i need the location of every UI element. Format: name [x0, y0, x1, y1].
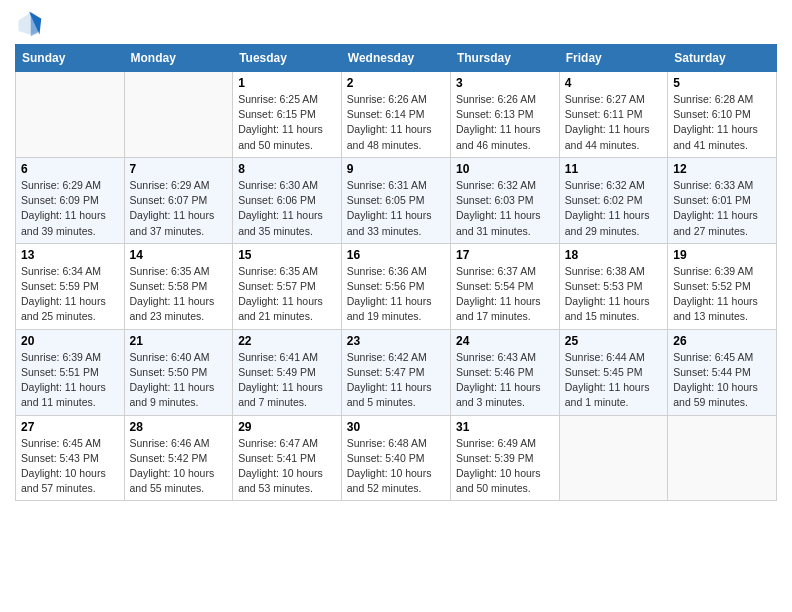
day-number: 24 [456, 334, 554, 348]
calendar-cell: 16Sunrise: 6:36 AM Sunset: 5:56 PM Dayli… [341, 243, 450, 329]
day-info: Sunrise: 6:48 AM Sunset: 5:40 PM Dayligh… [347, 436, 445, 497]
day-info: Sunrise: 6:32 AM Sunset: 6:03 PM Dayligh… [456, 178, 554, 239]
day-info: Sunrise: 6:28 AM Sunset: 6:10 PM Dayligh… [673, 92, 771, 153]
day-number: 2 [347, 76, 445, 90]
calendar-cell: 8Sunrise: 6:30 AM Sunset: 6:06 PM Daylig… [233, 157, 342, 243]
day-info: Sunrise: 6:26 AM Sunset: 6:13 PM Dayligh… [456, 92, 554, 153]
calendar-cell: 24Sunrise: 6:43 AM Sunset: 5:46 PM Dayli… [450, 329, 559, 415]
calendar-cell: 6Sunrise: 6:29 AM Sunset: 6:09 PM Daylig… [16, 157, 125, 243]
day-number: 26 [673, 334, 771, 348]
calendar-cell: 25Sunrise: 6:44 AM Sunset: 5:45 PM Dayli… [559, 329, 667, 415]
calendar-cell: 9Sunrise: 6:31 AM Sunset: 6:05 PM Daylig… [341, 157, 450, 243]
day-info: Sunrise: 6:31 AM Sunset: 6:05 PM Dayligh… [347, 178, 445, 239]
day-number: 13 [21, 248, 119, 262]
day-number: 25 [565, 334, 662, 348]
calendar-cell: 19Sunrise: 6:39 AM Sunset: 5:52 PM Dayli… [668, 243, 777, 329]
day-info: Sunrise: 6:42 AM Sunset: 5:47 PM Dayligh… [347, 350, 445, 411]
day-number: 29 [238, 420, 336, 434]
calendar-cell [559, 415, 667, 501]
day-info: Sunrise: 6:33 AM Sunset: 6:01 PM Dayligh… [673, 178, 771, 239]
calendar-cell: 17Sunrise: 6:37 AM Sunset: 5:54 PM Dayli… [450, 243, 559, 329]
day-number: 6 [21, 162, 119, 176]
day-header-saturday: Saturday [668, 45, 777, 72]
day-number: 15 [238, 248, 336, 262]
day-info: Sunrise: 6:44 AM Sunset: 5:45 PM Dayligh… [565, 350, 662, 411]
calendar-cell: 4Sunrise: 6:27 AM Sunset: 6:11 PM Daylig… [559, 72, 667, 158]
day-info: Sunrise: 6:29 AM Sunset: 6:09 PM Dayligh… [21, 178, 119, 239]
calendar-week-1: 1Sunrise: 6:25 AM Sunset: 6:15 PM Daylig… [16, 72, 777, 158]
calendar-cell: 23Sunrise: 6:42 AM Sunset: 5:47 PM Dayli… [341, 329, 450, 415]
calendar-table: SundayMondayTuesdayWednesdayThursdayFrid… [15, 44, 777, 501]
day-header-tuesday: Tuesday [233, 45, 342, 72]
calendar-cell: 28Sunrise: 6:46 AM Sunset: 5:42 PM Dayli… [124, 415, 233, 501]
day-number: 30 [347, 420, 445, 434]
day-header-sunday: Sunday [16, 45, 125, 72]
calendar-cell: 11Sunrise: 6:32 AM Sunset: 6:02 PM Dayli… [559, 157, 667, 243]
calendar-cell: 29Sunrise: 6:47 AM Sunset: 5:41 PM Dayli… [233, 415, 342, 501]
day-info: Sunrise: 6:49 AM Sunset: 5:39 PM Dayligh… [456, 436, 554, 497]
day-info: Sunrise: 6:29 AM Sunset: 6:07 PM Dayligh… [130, 178, 228, 239]
day-number: 12 [673, 162, 771, 176]
calendar-week-5: 27Sunrise: 6:45 AM Sunset: 5:43 PM Dayli… [16, 415, 777, 501]
day-number: 8 [238, 162, 336, 176]
day-info: Sunrise: 6:27 AM Sunset: 6:11 PM Dayligh… [565, 92, 662, 153]
day-info: Sunrise: 6:39 AM Sunset: 5:51 PM Dayligh… [21, 350, 119, 411]
day-number: 4 [565, 76, 662, 90]
day-number: 19 [673, 248, 771, 262]
calendar-cell: 1Sunrise: 6:25 AM Sunset: 6:15 PM Daylig… [233, 72, 342, 158]
calendar-week-4: 20Sunrise: 6:39 AM Sunset: 5:51 PM Dayli… [16, 329, 777, 415]
calendar-cell: 26Sunrise: 6:45 AM Sunset: 5:44 PM Dayli… [668, 329, 777, 415]
calendar-cell [124, 72, 233, 158]
day-number: 20 [21, 334, 119, 348]
day-number: 9 [347, 162, 445, 176]
day-info: Sunrise: 6:36 AM Sunset: 5:56 PM Dayligh… [347, 264, 445, 325]
day-info: Sunrise: 6:46 AM Sunset: 5:42 PM Dayligh… [130, 436, 228, 497]
day-number: 28 [130, 420, 228, 434]
logo-icon [15, 10, 43, 38]
calendar-cell: 2Sunrise: 6:26 AM Sunset: 6:14 PM Daylig… [341, 72, 450, 158]
day-info: Sunrise: 6:26 AM Sunset: 6:14 PM Dayligh… [347, 92, 445, 153]
day-number: 21 [130, 334, 228, 348]
logo [15, 10, 47, 38]
calendar-cell: 15Sunrise: 6:35 AM Sunset: 5:57 PM Dayli… [233, 243, 342, 329]
day-info: Sunrise: 6:47 AM Sunset: 5:41 PM Dayligh… [238, 436, 336, 497]
day-number: 7 [130, 162, 228, 176]
calendar-cell: 12Sunrise: 6:33 AM Sunset: 6:01 PM Dayli… [668, 157, 777, 243]
day-header-monday: Monday [124, 45, 233, 72]
day-number: 3 [456, 76, 554, 90]
day-number: 16 [347, 248, 445, 262]
day-number: 27 [21, 420, 119, 434]
calendar-header-row: SundayMondayTuesdayWednesdayThursdayFrid… [16, 45, 777, 72]
day-info: Sunrise: 6:37 AM Sunset: 5:54 PM Dayligh… [456, 264, 554, 325]
calendar-cell: 20Sunrise: 6:39 AM Sunset: 5:51 PM Dayli… [16, 329, 125, 415]
day-number: 17 [456, 248, 554, 262]
calendar-cell: 13Sunrise: 6:34 AM Sunset: 5:59 PM Dayli… [16, 243, 125, 329]
calendar-cell: 27Sunrise: 6:45 AM Sunset: 5:43 PM Dayli… [16, 415, 125, 501]
calendar-cell: 10Sunrise: 6:32 AM Sunset: 6:03 PM Dayli… [450, 157, 559, 243]
day-number: 10 [456, 162, 554, 176]
day-header-wednesday: Wednesday [341, 45, 450, 72]
day-number: 31 [456, 420, 554, 434]
calendar-cell: 30Sunrise: 6:48 AM Sunset: 5:40 PM Dayli… [341, 415, 450, 501]
day-info: Sunrise: 6:35 AM Sunset: 5:58 PM Dayligh… [130, 264, 228, 325]
day-number: 1 [238, 76, 336, 90]
day-info: Sunrise: 6:38 AM Sunset: 5:53 PM Dayligh… [565, 264, 662, 325]
day-info: Sunrise: 6:34 AM Sunset: 5:59 PM Dayligh… [21, 264, 119, 325]
calendar-cell: 22Sunrise: 6:41 AM Sunset: 5:49 PM Dayli… [233, 329, 342, 415]
calendar-cell: 3Sunrise: 6:26 AM Sunset: 6:13 PM Daylig… [450, 72, 559, 158]
day-info: Sunrise: 6:25 AM Sunset: 6:15 PM Dayligh… [238, 92, 336, 153]
calendar-cell [16, 72, 125, 158]
day-number: 23 [347, 334, 445, 348]
day-header-friday: Friday [559, 45, 667, 72]
day-number: 18 [565, 248, 662, 262]
day-info: Sunrise: 6:41 AM Sunset: 5:49 PM Dayligh… [238, 350, 336, 411]
day-info: Sunrise: 6:43 AM Sunset: 5:46 PM Dayligh… [456, 350, 554, 411]
day-number: 14 [130, 248, 228, 262]
day-info: Sunrise: 6:40 AM Sunset: 5:50 PM Dayligh… [130, 350, 228, 411]
calendar-week-3: 13Sunrise: 6:34 AM Sunset: 5:59 PM Dayli… [16, 243, 777, 329]
calendar-cell: 7Sunrise: 6:29 AM Sunset: 6:07 PM Daylig… [124, 157, 233, 243]
day-info: Sunrise: 6:39 AM Sunset: 5:52 PM Dayligh… [673, 264, 771, 325]
calendar-cell: 14Sunrise: 6:35 AM Sunset: 5:58 PM Dayli… [124, 243, 233, 329]
day-info: Sunrise: 6:45 AM Sunset: 5:44 PM Dayligh… [673, 350, 771, 411]
calendar-cell [668, 415, 777, 501]
